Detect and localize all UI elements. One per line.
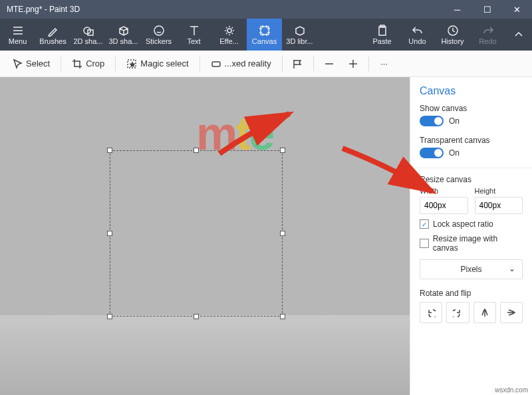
brush-icon <box>47 25 59 37</box>
zoom-out-button[interactable] <box>319 54 339 74</box>
units-dropdown[interactable]: Pixels <box>420 259 523 279</box>
sub-toolbar: Select Crop Magic select ...xed reality … <box>0 51 532 77</box>
separator <box>61 57 61 71</box>
watermark: wsxdn.com <box>493 386 529 394</box>
library-icon <box>294 25 306 37</box>
selection-frame[interactable] <box>110 150 283 317</box>
mixed-reality-tool[interactable]: ...xed reality <box>205 56 277 72</box>
resize-handle[interactable] <box>194 314 199 319</box>
select-tool[interactable]: Select <box>7 56 55 72</box>
height-input[interactable] <box>475 197 523 214</box>
magic-select-tool[interactable]: Magic select <box>121 56 194 72</box>
resize-with-canvas-checkbox[interactable] <box>420 239 429 248</box>
svg-rect-9 <box>212 62 220 66</box>
3d-shapes-label: 3D sha... <box>108 37 138 45</box>
resize-canvas-label: Resize canvas <box>420 175 523 184</box>
resize-handle[interactable] <box>280 314 285 319</box>
collapse-ribbon-button[interactable] <box>505 19 532 51</box>
history-button[interactable]: History <box>435 19 470 51</box>
crop-tool[interactable]: Crop <box>66 56 110 72</box>
paste-label: Paste <box>372 37 391 45</box>
svg-point-0 <box>84 27 90 34</box>
separator <box>282 57 283 71</box>
separator <box>115 57 116 71</box>
redo-icon <box>482 25 494 37</box>
flip-horizontal-button[interactable] <box>473 302 496 323</box>
stickers-button[interactable]: Stickers <box>141 19 176 51</box>
undo-button[interactable]: Undo <box>400 19 435 51</box>
resize-handle[interactable] <box>280 148 285 153</box>
show-canvas-label: Show canvas <box>420 104 523 113</box>
flip-vertical-button[interactable] <box>500 302 523 323</box>
lock-aspect-checkbox[interactable]: ✓ <box>420 219 429 229</box>
menu-button[interactable]: Menu <box>0 19 35 51</box>
minus-icon <box>324 59 334 69</box>
effects-icon <box>223 25 235 37</box>
window-title: MTE.png* - Paint 3D <box>7 5 80 14</box>
history-label: History <box>441 37 464 45</box>
crop-icon <box>72 59 82 69</box>
minimize-button[interactable]: ─ <box>442 0 472 19</box>
title-bar: MTE.png* - Paint 3D ─ ☐ ✕ <box>0 0 532 19</box>
2d-shapes-label: 2D sha... <box>73 37 102 45</box>
units-value: Pixels <box>460 265 481 274</box>
resize-handle[interactable] <box>107 231 112 236</box>
resize-handle[interactable] <box>107 148 112 153</box>
view-3d-button[interactable] <box>288 54 308 74</box>
more-button[interactable]: ··· <box>374 54 394 74</box>
resize-handle[interactable] <box>280 231 285 236</box>
width-input[interactable] <box>420 197 468 214</box>
width-label: Width <box>420 187 468 195</box>
shapes-2d-icon <box>82 25 94 37</box>
canvas-icon <box>259 25 271 37</box>
chevron-up-icon <box>513 29 524 40</box>
separator <box>313 57 314 71</box>
stickers-label: Stickers <box>146 37 172 45</box>
transparent-canvas-label: Transparent canvas <box>420 136 523 145</box>
transparent-canvas-toggle[interactable] <box>420 148 444 158</box>
resize-handle[interactable] <box>107 314 112 319</box>
flip-h-icon <box>480 308 489 317</box>
close-button[interactable]: ✕ <box>502 0 532 19</box>
zoom-in-button[interactable] <box>343 54 363 74</box>
brushes-button[interactable]: Brushes <box>35 19 70 51</box>
canvas-area[interactable]: mte <box>0 77 410 395</box>
rotate-flip-label: Rotate and flip <box>420 289 523 298</box>
magic-select-icon <box>126 59 137 69</box>
text-button[interactable]: Text <box>176 19 211 51</box>
magic-select-label: Magic select <box>140 59 188 68</box>
brushes-label: Brushes <box>39 37 66 45</box>
rotate-left-button[interactable] <box>420 302 442 323</box>
canvas-label: Canvas <box>252 37 277 45</box>
svg-point-3 <box>227 29 231 33</box>
show-canvas-toggle[interactable] <box>420 116 444 126</box>
select-label: Select <box>26 59 50 68</box>
paste-button[interactable]: Paste <box>364 19 400 51</box>
panel-title: Canvas <box>420 85 523 97</box>
resize-handle[interactable] <box>194 148 199 153</box>
show-canvas-state: On <box>449 116 460 126</box>
undo-label: Undo <box>408 37 426 45</box>
canvas-ground <box>0 315 410 395</box>
3d-shapes-button[interactable]: 3D sha... <box>106 19 141 51</box>
menu-label: Menu <box>9 37 27 45</box>
redo-button[interactable]: Redo <box>470 19 505 51</box>
flag-icon <box>293 59 303 69</box>
crop-label: Crop <box>86 59 104 68</box>
text-icon <box>188 25 200 37</box>
resize-with-canvas-label: Resize image with canvas <box>433 234 523 253</box>
canvas-side-panel: Canvas Show canvas On Transparent canvas… <box>410 77 532 395</box>
rotate-right-button[interactable] <box>446 302 469 323</box>
rotate-right-icon <box>453 308 462 317</box>
rotate-left-icon <box>426 308 436 317</box>
2d-shapes-button[interactable]: 2D sha... <box>70 19 106 51</box>
flip-v-icon <box>507 308 516 317</box>
maximize-button[interactable]: ☐ <box>472 0 502 19</box>
history-icon <box>447 25 459 37</box>
separator <box>200 57 200 71</box>
effects-button[interactable]: Effe... <box>211 19 247 51</box>
effects-label: Effe... <box>219 37 239 45</box>
3d-library-button[interactable]: 3D libr... <box>282 19 317 51</box>
canvas-button[interactable]: Canvas <box>247 19 282 51</box>
shapes-3d-icon <box>118 25 130 37</box>
